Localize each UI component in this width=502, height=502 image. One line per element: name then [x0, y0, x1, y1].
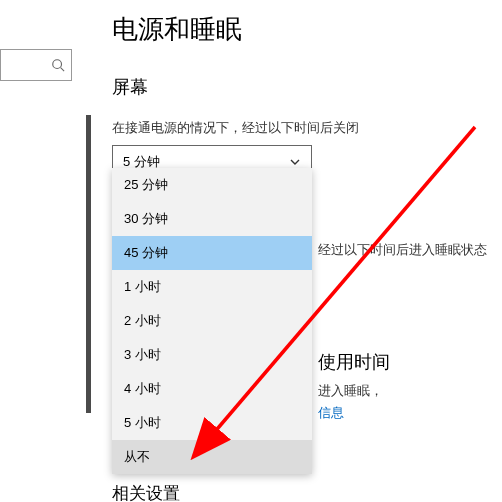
svg-point-0 [53, 60, 62, 69]
chevron-down-icon [289, 156, 301, 168]
dropdown-option[interactable]: 3 小时 [112, 338, 312, 372]
dropdown-option[interactable]: 从不 [112, 440, 312, 474]
svg-line-1 [61, 68, 65, 72]
screen-off-description: 在接通电源的情况下，经过以下时间后关闭 [112, 119, 492, 137]
info-link[interactable]: 信息 [318, 404, 344, 422]
usage-time-title: 使用时间 [318, 350, 390, 374]
section-screen-title: 屏幕 [112, 75, 492, 99]
dropdown-option[interactable]: 45 分钟 [112, 236, 312, 270]
dropdown-option[interactable]: 5 小时 [112, 406, 312, 440]
main-content: 电源和睡眠 屏幕 在接通电源的情况下，经过以下时间后关闭 5 分钟 [112, 12, 492, 179]
dropdown-option[interactable]: 1 小时 [112, 270, 312, 304]
usage-time-text: 进入睡眠， [318, 382, 383, 400]
dropdown-option[interactable]: 30 分钟 [112, 202, 312, 236]
dropdown-option[interactable]: 4 小时 [112, 372, 312, 406]
page-title: 电源和睡眠 [112, 12, 492, 47]
dropdown-option[interactable]: 2 小时 [112, 304, 312, 338]
search-icon [51, 58, 65, 72]
search-input[interactable] [0, 49, 72, 81]
dropdown-option[interactable]: 25 分钟 [112, 168, 312, 202]
sleep-description: 经过以下时间后进入睡眠状态 [318, 241, 487, 259]
scroll-indicator [86, 115, 91, 413]
timeout-dropdown: 25 分钟30 分钟45 分钟1 小时2 小时3 小时4 小时5 小时从不 [112, 168, 312, 474]
related-settings-title: 相关设置 [112, 482, 180, 502]
